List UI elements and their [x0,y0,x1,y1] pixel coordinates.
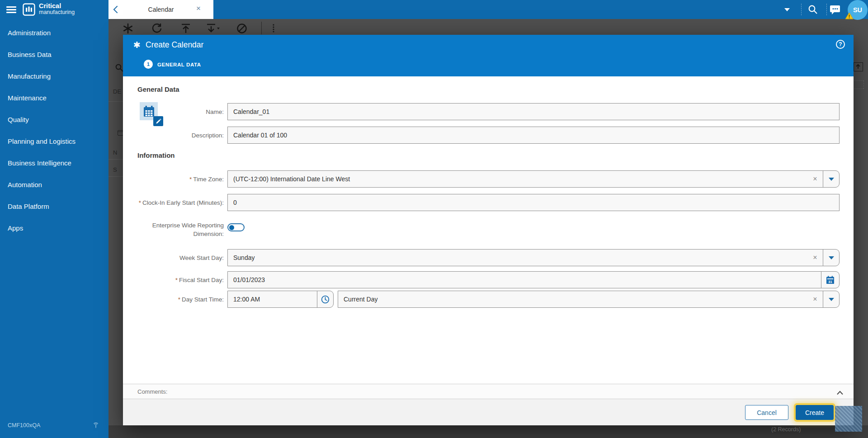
sidebar-footer: CMF100xQA [0,419,108,432]
time-zone-dropdown-icon[interactable] [823,171,839,187]
background-fragment: DE [113,88,121,95]
name-input[interactable]: Calendar_01 [227,103,840,120]
time-zone-clear-icon[interactable]: × [807,171,823,187]
week-start-day-clear-icon[interactable]: × [807,250,823,266]
brand-area: Critical manufacturing [0,0,108,19]
header-separator [826,4,827,15]
toggle-knob [229,225,234,230]
section-general-data: General Data [137,85,179,93]
sidebar-nav: Administration Business Data Manufacturi… [0,22,108,239]
day-start-time-mode-value: Current Day [338,291,807,307]
records-count: (2 Records) [771,426,801,433]
week-start-day-value: Sunday [228,250,807,266]
refresh-icon [151,23,163,36]
date-picker-calendar-icon[interactable]: 31 [821,272,839,288]
week-start-day-dropdown-icon[interactable] [823,250,839,266]
panel-icon [854,62,863,71]
help-icon[interactable]: ? [836,40,845,49]
warning-badge-icon [845,12,854,21]
page-search-icon [115,63,124,74]
sidebar-item-planning-and-logistics[interactable]: Planning and Logistics [0,130,108,152]
bottom-strip [108,425,868,438]
sidebar-item-business-data[interactable]: Business Data [0,43,108,65]
fiscal-start-day-label: *Fiscal Start Day: [133,276,224,284]
create-icon: ✱ [133,40,141,50]
sidebar-item-maintenance[interactable]: Maintenance [0,87,108,108]
edit-image-icon[interactable] [153,116,163,126]
svg-text:31: 31 [828,279,832,283]
clock-in-early-start-label: *Clock-In Early Start (Minutes): [133,198,224,207]
day-start-time-label: *Day Start Time: [133,295,224,304]
create-button[interactable]: Create [796,405,834,420]
create-calendar-modal: ✱ Create Calendar ? 1 GENERAL DATA Gener… [123,35,854,425]
brand-text: Critical manufacturing [39,3,75,15]
day-start-time-mode-clear-icon[interactable]: × [807,291,823,307]
sidebar-item-apps[interactable]: Apps [0,217,108,239]
day-start-time-value: 12:00 AM [228,291,317,307]
connectivity-icon [93,422,99,430]
section-information: Information [137,151,175,159]
day-start-time-mode-dropdown-icon[interactable] [823,291,839,307]
collapse-chevron-icon[interactable] [836,389,844,397]
time-zone-select[interactable]: (UTC-12:00) International Date Line West… [227,170,840,188]
description-input[interactable]: Calendar 01 of 100 [227,127,840,144]
time-zone-value: (UTC-12:00) International Date Line West [228,171,807,187]
week-start-day-select[interactable]: Sunday × [227,249,840,266]
tab-close-icon[interactable]: × [196,5,201,12]
time-zone-label: *Time Zone: [133,175,224,184]
wizard-step-label[interactable]: GENERAL DATA [157,62,201,67]
background-fragment: N [113,149,117,156]
modal-footer: Cancel Create [123,399,854,425]
cancel-button[interactable]: Cancel [745,405,788,420]
environment-label: CMF100xQA [8,422,40,429]
upload-icon [180,23,192,36]
name-label: Name: [133,108,224,116]
sidebar-item-manufacturing[interactable]: Manufacturing [0,65,108,87]
tab-calendar[interactable]: Calendar × [108,0,213,19]
day-start-time-mode-select[interactable]: Current Day × [338,291,840,308]
sidebar-item-quality[interactable]: Quality [0,108,108,130]
description-label: Description: [133,131,224,140]
search-icon[interactable] [807,4,818,17]
modal-title: Create Calendar [146,40,203,50]
sidebar: Critical manufacturing Administration Bu… [0,0,108,438]
sidebar-item-automation[interactable]: Automation [0,174,108,195]
divider [108,101,124,102]
more-options-icon [272,23,275,36]
disable-icon [236,23,248,36]
top-header: Calendar × SU [108,0,868,19]
fiscal-start-day-input[interactable]: 01/01/2023 31 [227,271,840,288]
week-start-day-label: Week Start Day: [133,254,224,262]
description-value: Calendar 01 of 100 [228,127,839,143]
name-value: Calendar_01 [228,104,839,120]
divider [108,159,124,160]
screen-capture-artifact [835,406,862,432]
critical-manufacturing-logo-icon [23,3,35,18]
wizard-step-number: 1 [144,60,153,69]
toolbar-separator [261,22,262,34]
day-start-time-input[interactable]: 12:00 AM [227,291,334,308]
dashed-placeholder [852,80,864,89]
sidebar-item-administration[interactable]: Administration [0,22,108,43]
sidebar-item-data-platform[interactable]: Data Platform [0,195,108,217]
brand-line1: Critical [39,3,75,9]
time-picker-clock-icon[interactable] [317,291,333,307]
background-fragment: S [113,166,117,173]
header-separator [801,4,802,15]
enterprise-wide-reporting-dimension-label: Enterprise Wide Reporting Dimension: [133,221,224,238]
fiscal-start-day-value: 01/01/2023 [228,272,821,288]
comments-bar[interactable]: Comments: [123,384,854,399]
header-dropdown-caret-icon[interactable] [784,8,790,11]
clock-in-early-start-value: 0 [228,194,839,211]
comments-label: Comments: [137,388,167,395]
new-record-icon [122,23,134,36]
brand-line2: manufacturing [39,9,75,15]
enterprise-wide-reporting-dimension-toggle[interactable] [227,223,245,231]
sidebar-item-business-intelligence[interactable]: Business Intelligence [0,152,108,174]
divider [108,176,124,177]
download-icon [205,23,221,36]
chat-icon[interactable] [829,4,841,17]
modal-header: ✱ Create Calendar ? 1 GENERAL DATA [123,35,854,76]
clock-in-early-start-input[interactable]: 0 [227,194,840,211]
menu-icon[interactable] [6,6,16,13]
